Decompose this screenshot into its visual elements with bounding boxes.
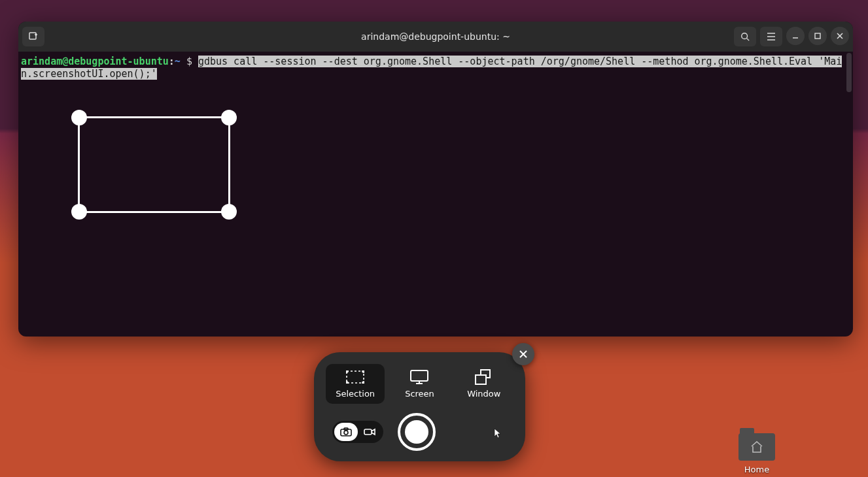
mode-selection[interactable]: Selection	[326, 364, 385, 404]
hamburger-menu-button[interactable]	[760, 27, 782, 46]
prompt-user-host: arindam@debugpoint-ubuntu	[21, 56, 169, 67]
svg-rect-19	[411, 370, 428, 381]
search-button[interactable]	[734, 27, 756, 46]
svg-point-18	[362, 382, 364, 384]
selection-rectangle[interactable]	[71, 110, 237, 220]
video-mode-toggle[interactable]	[358, 423, 381, 441]
svg-rect-27	[364, 429, 372, 435]
selection-handle-bottom-right[interactable]	[221, 204, 237, 220]
svg-point-3	[742, 33, 748, 39]
new-tab-button[interactable]	[22, 27, 44, 46]
screenshot-bottom-row	[326, 413, 513, 451]
selection-handle-top-left[interactable]	[71, 110, 87, 125]
folder-icon	[738, 433, 775, 461]
svg-rect-9	[815, 33, 820, 39]
mode-window[interactable]: Window	[455, 364, 513, 404]
svg-rect-14	[347, 371, 364, 383]
mode-screen-label: Screen	[405, 389, 434, 399]
maximize-button[interactable]	[808, 27, 827, 45]
prompt-path: ~	[175, 56, 181, 67]
window-title: arindam@debugpoint-ubuntu: ~	[18, 31, 853, 42]
terminal-titlebar: arindam@debugpoint-ubuntu: ~	[18, 22, 853, 52]
selection-icon	[345, 369, 365, 385]
svg-point-25	[344, 431, 348, 435]
svg-point-15	[346, 370, 348, 372]
screen-icon	[409, 369, 429, 385]
photo-video-toggle	[332, 421, 383, 443]
prompt-separator: :	[169, 56, 175, 67]
scrollbar-thumb[interactable]	[846, 53, 852, 92]
svg-rect-0	[29, 33, 36, 39]
svg-point-17	[346, 382, 348, 384]
selection-box[interactable]	[78, 116, 230, 213]
cursor-pointer-icon	[494, 428, 502, 440]
mode-window-label: Window	[467, 389, 500, 399]
capture-button[interactable]	[398, 413, 436, 451]
prompt-symbol: $	[186, 56, 192, 67]
svg-line-4	[747, 39, 750, 41]
close-button[interactable]	[831, 27, 849, 45]
selection-handle-bottom-left[interactable]	[71, 204, 87, 220]
mode-screen[interactable]: Screen	[390, 364, 449, 404]
screenshot-modes: Selection Screen Window	[326, 364, 513, 404]
screenshot-close-button[interactable]	[512, 343, 534, 365]
selection-handle-top-right[interactable]	[221, 110, 237, 125]
home-label: Home	[744, 465, 769, 474]
desktop-home-folder[interactable]: Home	[738, 433, 775, 474]
minimize-button[interactable]	[786, 27, 805, 45]
svg-rect-23	[476, 375, 486, 384]
window-icon	[474, 369, 494, 385]
screenshot-panel: Selection Screen Window	[314, 352, 525, 461]
mode-selection-label: Selection	[336, 389, 375, 399]
svg-point-16	[362, 370, 364, 372]
photo-mode-toggle[interactable]	[334, 423, 358, 441]
